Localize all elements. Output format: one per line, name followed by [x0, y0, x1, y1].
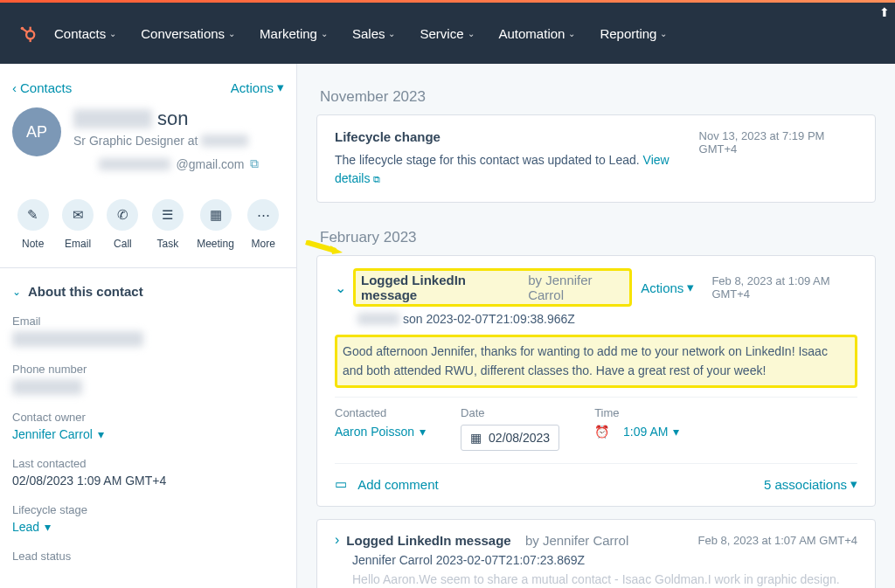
nav-conversations[interactable]: Conversations⌄: [141, 26, 235, 41]
lifecycle-card: Lifecycle change The lifecycle stage for…: [316, 114, 876, 203]
associations-dropdown[interactable]: 5 associations ▾: [764, 476, 857, 492]
annotation-arrow: [304, 240, 343, 254]
add-comment-button[interactable]: ▭ Add comment: [335, 476, 439, 492]
nav-reporting[interactable]: Reporting⌄: [600, 26, 667, 41]
caret-down-icon: ▾: [98, 427, 104, 441]
action-task[interactable]: ☰Task: [152, 199, 184, 250]
external-link-icon: ⧉: [373, 174, 380, 184]
month-heading: February 2023: [316, 215, 876, 255]
copy-icon[interactable]: ⧉: [250, 156, 259, 171]
chevron-down-icon: ⌄: [228, 29, 235, 38]
redacted-email-value: xxxxx: [12, 331, 143, 347]
lifecycle-timestamp: Nov 13, 2023 at 7:19 PM GMT+4: [699, 129, 857, 156]
field-lifecycle: Lifecycle stage Lead▾: [0, 498, 296, 544]
actions-dropdown[interactable]: Actions ▾: [231, 80, 284, 95]
main-nav: Contacts⌄ Conversations⌄ Marketing⌄ Sale…: [0, 3, 895, 64]
chevron-down-icon: ⌄: [388, 29, 395, 38]
month-heading: November 2023: [316, 74, 876, 114]
redacted-phone-value: xxx: [12, 379, 82, 395]
nav-automation[interactable]: Automation⌄: [499, 26, 576, 41]
contacted-label: Contacted: [335, 406, 426, 419]
log-timestamp: Feb 8, 2023 at 1:07 AM GMT+4: [698, 534, 857, 547]
time-label: Time: [594, 406, 679, 419]
action-note[interactable]: ✎Note: [17, 199, 49, 250]
action-more[interactable]: ⋯More: [247, 199, 279, 250]
contact-email: xxxxxx@gmail.com ⧉: [73, 156, 284, 171]
svg-marker-6: [330, 246, 343, 254]
upgrade-icon[interactable]: ⬆: [879, 5, 890, 19]
contact-sidebar: ‹ Contacts Actions ▾ AP xxxxxxson Sr Gra…: [0, 64, 297, 588]
comment-icon: ▭: [335, 476, 347, 492]
time-dropdown[interactable]: ⏰ 1:09 AM ▾: [594, 425, 679, 439]
log-subject: Jennifer Carrol 2023-02-07T21:07:23.869Z: [335, 553, 857, 567]
pencil-icon: ✎: [27, 207, 38, 223]
date-label: Date: [461, 406, 559, 419]
calendar-icon: ▦: [210, 207, 222, 223]
highlighted-title: Logged LinkedIn message by Jennifer Carr…: [353, 268, 632, 307]
calendar-icon: ▦: [470, 431, 482, 445]
contact-role: Sr Graphic Designer at xxxxx: [73, 134, 284, 148]
field-owner: Contact owner Jennifer Carrol▾: [0, 405, 296, 452]
clock-icon: ⏰: [594, 425, 609, 439]
svg-line-2: [23, 29, 28, 32]
log-timestamp: Feb 8, 2023 at 1:09 AM GMT+4: [711, 274, 857, 301]
action-call[interactable]: ✆Call: [107, 199, 138, 250]
nav-contacts[interactable]: Contacts⌄: [54, 26, 116, 41]
quick-actions: ✎Note ✉Email ✆Call ☰Task ▦Meeting ⋯More: [0, 185, 296, 268]
nav-items: Contacts⌄ Conversations⌄ Marketing⌄ Sale…: [54, 3, 667, 64]
lifecycle-dropdown[interactable]: Lead▾: [12, 520, 284, 534]
activity-timeline: November 2023 Lifecycle change The lifec…: [297, 64, 895, 588]
log-message-body: Good afternoon Jennifer, thanks for want…: [335, 335, 857, 388]
log-preview: Hello Aaron.We seem to share a mutual co…: [335, 572, 857, 588]
logged-message-card-collapsed: › Logged LinkedIn message by Jennifer Ca…: [316, 519, 876, 588]
about-section-toggle[interactable]: ⌄ About this contact: [0, 268, 296, 309]
chevron-down-icon: ⌄: [660, 29, 667, 38]
redacted-name: xxx: [357, 313, 399, 325]
caret-down-icon: ▾: [277, 80, 284, 95]
field-lead-status: Lead status: [0, 544, 296, 577]
caret-down-icon: ▾: [45, 520, 51, 534]
owner-dropdown[interactable]: Jennifer Carrol▾: [12, 427, 284, 441]
expand-toggle[interactable]: ›: [335, 532, 339, 548]
chevron-down-icon: ⌄: [468, 29, 475, 38]
log-detail-fields: Contacted Aaron Poisson ▾ Date ▦02/08/20…: [335, 397, 857, 464]
collapse-toggle[interactable]: ⌄: [335, 280, 346, 296]
redacted-name: xxxxxx: [73, 109, 152, 128]
phone-icon: ✆: [117, 207, 128, 223]
chevron-down-icon: ⌄: [568, 29, 575, 38]
chevron-down-icon: ⌄: [12, 286, 21, 298]
action-email[interactable]: ✉Email: [62, 199, 94, 250]
more-icon: ⋯: [257, 207, 270, 223]
caret-down-icon: ▾: [673, 425, 679, 439]
logged-message-card: ⌄ Logged LinkedIn message by Jennifer Ca…: [316, 255, 876, 507]
avatar: AP: [12, 107, 61, 156]
lifecycle-body: The lifecycle stage for this contact was…: [335, 151, 699, 188]
nav-service[interactable]: Service⌄: [420, 26, 474, 41]
field-email: Email xxxxx: [0, 309, 296, 357]
nav-marketing[interactable]: Marketing⌄: [260, 26, 328, 41]
redacted-email: xxxxxx: [99, 158, 170, 170]
chevron-down-icon: ⌄: [109, 29, 116, 38]
list-icon: ☰: [162, 207, 173, 223]
envelope-icon: ✉: [73, 207, 84, 223]
contacted-dropdown[interactable]: Aaron Poisson ▾: [335, 425, 426, 439]
field-last-contacted: Last contacted 02/08/2023 1:09 AM GMT+4: [0, 452, 296, 498]
caret-down-icon: ▾: [687, 280, 694, 295]
chevron-left-icon: ‹: [12, 80, 17, 95]
lifecycle-title: Lifecycle change: [335, 129, 699, 144]
contact-name: xxxxxxson: [73, 107, 284, 130]
caret-down-icon: ▾: [850, 476, 857, 492]
action-meeting[interactable]: ▦Meeting: [197, 199, 234, 250]
redacted-company: xxxxx: [201, 135, 248, 147]
card-actions-dropdown[interactable]: Actions ▾: [641, 280, 694, 295]
hubspot-logo[interactable]: [17, 24, 37, 43]
log-subject: xxxson 2023-02-07T21:09:38.966Z: [335, 312, 857, 326]
back-contacts-link[interactable]: ‹ Contacts: [12, 80, 72, 95]
about-heading: About this contact: [28, 284, 143, 299]
caret-down-icon: ▾: [420, 425, 426, 439]
date-input[interactable]: ▦02/08/2023: [461, 425, 559, 451]
nav-sales[interactable]: Sales⌄: [352, 26, 396, 41]
field-phone: Phone number xxx: [0, 357, 296, 405]
chevron-down-icon: ⌄: [321, 29, 328, 38]
